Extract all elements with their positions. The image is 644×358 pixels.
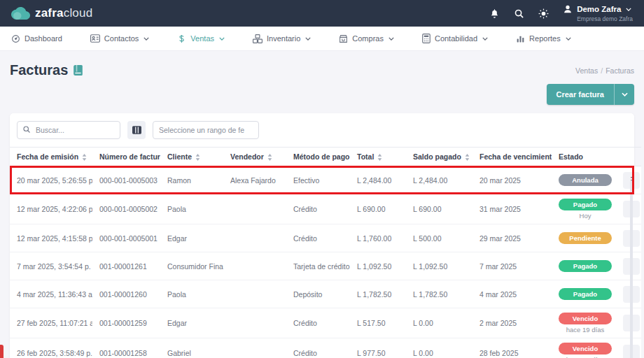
column-header-actions — [616, 148, 641, 166]
cell-vendedor: Alexa Fajardo — [223, 166, 286, 194]
create-invoice-dropdown-button[interactable] — [615, 84, 634, 105]
sort-icon — [377, 154, 382, 161]
menu-item-compras[interactable]: Compras — [339, 34, 394, 43]
breadcrumb: Ventas/Facturas — [575, 66, 634, 75]
menu-item-dashboard[interactable]: Dashboard — [11, 34, 62, 43]
create-invoice-button[interactable]: Crear factura — [547, 84, 614, 105]
chevron-down-icon — [566, 37, 571, 41]
floating-tab[interactable] — [0, 345, 4, 358]
cell-fecha-emision: 20 mar 2025, 5:26:55 p. m. — [10, 166, 92, 194]
cell-fecha-emision: 7 mar 2025, 3:54:54 p. m. — [10, 252, 92, 280]
cell-estado: Vencidohace 21 días — [552, 338, 616, 358]
table-row[interactable]: 4 mar 2025, 11:36:43 a. m.001-00001260Pa… — [10, 280, 641, 308]
cell-fecha-vencimiento: 28 feb 2025 — [472, 338, 552, 358]
search-input-icon — [22, 125, 31, 134]
cell-fecha-emision: 12 mar 2025, 4:22:06 p. m. — [10, 194, 92, 224]
cell-vendedor — [223, 308, 286, 338]
cell-saldo-pagado: L 500.00 — [406, 224, 472, 252]
menu-item-contactos[interactable]: Contactos — [90, 34, 150, 43]
cell-total: L 690.00 — [350, 194, 406, 224]
status-badge: Pendiente — [559, 232, 612, 244]
cell-metodo-pago: Crédito — [286, 308, 350, 338]
date-range-input[interactable] — [153, 121, 259, 139]
cell-actions: ⋮ — [616, 224, 641, 252]
status-sub-label: Hoy — [559, 212, 612, 220]
cell-metodo-pago: Depósito — [286, 280, 350, 308]
cell-actions: ⋮ — [616, 194, 641, 224]
cell-fecha-vencimiento: 7 mar 2025 — [472, 252, 552, 280]
user-menu[interactable]: Demo Zafra Empresa demo Zafra — [563, 4, 633, 22]
table-row[interactable]: 12 mar 2025, 4:15:58 p. m.000-001-000500… — [10, 224, 641, 252]
cell-vendedor — [223, 224, 286, 252]
breadcrumb-ventas[interactable]: Ventas — [575, 66, 598, 75]
menu-item-inventario[interactable]: Inventario — [253, 34, 311, 43]
cell-total: L 1,782.50 — [350, 280, 406, 308]
cell-numero-factura: 001-00001260 — [92, 280, 160, 308]
chevron-down-icon — [144, 37, 149, 41]
column-header-vendedor[interactable]: Vendedor — [223, 148, 286, 166]
cell-cliente: Ramon — [160, 166, 223, 194]
cell-vendedor — [223, 338, 286, 358]
contacts-icon — [90, 34, 100, 43]
status-badge: Pagado — [559, 260, 612, 272]
cell-fecha-vencimiento: 2 mar 2025 — [472, 308, 552, 338]
bell-icon[interactable] — [489, 8, 500, 19]
user-name: Demo Zafra — [577, 5, 621, 13]
content: Facturas Ventas/Facturas Crear factura — [0, 51, 644, 358]
cell-cliente: Paola — [160, 194, 223, 224]
cell-metodo-pago: Crédito — [286, 338, 350, 358]
book-icon — [74, 65, 83, 76]
sun-icon[interactable] — [538, 8, 549, 19]
menu-item-contabilidad[interactable]: Contabilidad — [422, 34, 488, 43]
menu-item-ventas[interactable]: Ventas — [177, 34, 225, 43]
search-icon[interactable] — [514, 8, 524, 19]
cell-estado: Anulada — [552, 166, 616, 194]
columns-toggle-button[interactable] — [127, 121, 146, 139]
menu-item-label: Reportes — [529, 34, 561, 43]
cell-fecha-emision: 27 feb 2025, 11:07:21 a. m. — [10, 308, 92, 338]
cell-fecha-emision: 4 mar 2025, 11:36:43 a. m. — [10, 280, 92, 308]
table-row[interactable]: 12 mar 2025, 4:22:06 p. m.000-001-000500… — [10, 194, 641, 224]
cell-total: L 2,484.00 — [350, 166, 406, 194]
sort-icon — [267, 154, 272, 161]
column-header-m-todo-de-pago[interactable]: Método de pago — [286, 148, 350, 166]
scrollbar[interactable] — [630, 180, 633, 358]
cell-fecha-vencimiento: 31 mar 2025 — [472, 194, 552, 224]
table-row[interactable]: 27 feb 2025, 11:07:21 a. m.001-00001259E… — [10, 308, 641, 338]
column-label: Estado — [559, 152, 583, 161]
cell-saldo-pagado: L 2,484.00 — [406, 166, 472, 194]
purchases-icon — [339, 34, 348, 43]
column-label: Número de factura — [99, 152, 160, 161]
column-header-total[interactable]: Total — [350, 148, 406, 166]
reports-icon — [516, 34, 525, 43]
cell-actions: ⋮ — [616, 280, 641, 308]
cell-total: L 1,092.50 — [350, 252, 406, 280]
cell-numero-factura: 000-001-0005003 — [92, 166, 160, 194]
cell-vendedor — [223, 280, 286, 308]
menu-item-label: Compras — [352, 34, 384, 43]
column-header-fecha-de-emisi-n[interactable]: Fecha de emisión — [10, 148, 92, 166]
search-input[interactable] — [17, 121, 120, 139]
table-row[interactable]: 20 mar 2025, 5:26:55 p. m.000-001-000500… — [10, 166, 641, 194]
user-company: Empresa demo Zafra — [577, 15, 633, 22]
column-label: Método de pago — [293, 152, 350, 161]
column-header-cliente[interactable]: Cliente — [160, 148, 223, 166]
status-badge: Anulada — [559, 174, 612, 186]
cell-metodo-pago: Efectivo — [286, 166, 350, 194]
gauge-icon — [11, 34, 20, 43]
sales-icon — [177, 34, 186, 43]
menu-item-reportes[interactable]: Reportes — [516, 34, 571, 43]
cell-total: L 517.50 — [350, 308, 406, 338]
column-header-saldo-pagado[interactable]: Saldo pagado — [406, 148, 472, 166]
cell-numero-factura: 000-001-0005002 — [92, 194, 160, 224]
column-header-n-mero-de-factura[interactable]: Número de factura — [92, 148, 160, 166]
chevron-down-icon — [388, 37, 394, 41]
invoices-card: Fecha de emisiónNúmero de facturaCliente… — [10, 113, 634, 358]
table-row[interactable]: 26 feb 2025, 3:58:49 p. m.001-00001258Ga… — [10, 338, 641, 358]
column-header-fecha-de-vencimiento[interactable]: Fecha de vencimiento — [472, 148, 552, 166]
cell-metodo-pago: Crédito — [286, 194, 350, 224]
logo[interactable]: zafracloud — [11, 6, 92, 20]
status-badge: Vencido — [559, 313, 612, 324]
cell-fecha-emision: 12 mar 2025, 4:15:58 p. m. — [10, 224, 92, 252]
table-row[interactable]: 7 mar 2025, 3:54:54 p. m.001-00001261Con… — [10, 252, 641, 280]
